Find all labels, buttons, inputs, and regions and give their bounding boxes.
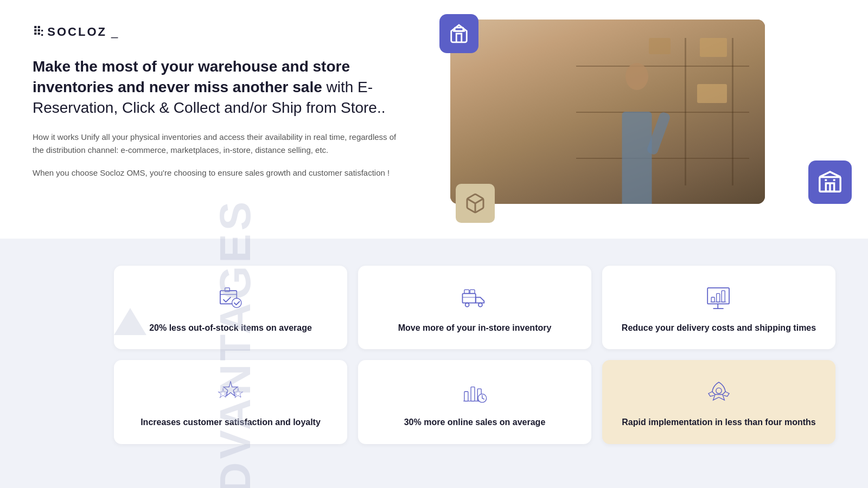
svg-rect-24: [722, 291, 725, 302]
card-icon-chart: [704, 283, 734, 313]
card-label-delivery-costs: Reduce your delivery costs and shipping …: [622, 322, 816, 334]
card-icon-bar-chart: [459, 377, 490, 408]
svg-rect-17: [470, 290, 475, 293]
card-label-less-stock: 20% less out-of-stock items on average: [149, 322, 312, 334]
warehouse-image: [450, 20, 765, 204]
warehouse-badge: [808, 160, 852, 204]
advantages-section: ADVANTAGES 20% less out-of-stock items o…: [0, 239, 868, 488]
logo-text: SOCLOZ: [47, 25, 107, 39]
card-delivery-costs: Reduce your delivery costs and shipping …: [602, 266, 835, 349]
description-1: How it works Unify all your physical inv…: [33, 131, 401, 157]
warehouse-icon: [818, 170, 843, 195]
svg-marker-26: [224, 382, 238, 396]
cards-grid: 20% less out-of-stock items on average M…: [114, 266, 835, 444]
warehouse-scene: [450, 20, 765, 204]
logo-icon: ⠿:: [33, 25, 43, 39]
logo-dash: _: [111, 25, 118, 39]
card-icon-rocket: [704, 377, 734, 408]
svg-point-14: [465, 303, 469, 307]
card-online-sales: 30% more online sales on average: [358, 360, 591, 444]
description-2: When you choose Socloz OMS, you're choos…: [33, 166, 401, 179]
svg-rect-29: [464, 392, 468, 401]
svg-point-15: [478, 303, 482, 307]
svg-rect-19: [707, 288, 729, 304]
card-icon-truck: [459, 283, 490, 313]
headline-bold: Make the most of your warehouse and stor…: [33, 58, 350, 95]
card-move-inventory: Move more of your in-store inventory: [358, 266, 591, 349]
svg-rect-23: [717, 293, 720, 302]
card-icon-inventory: [215, 283, 246, 313]
hero-image-area: [434, 20, 835, 215]
store-badge: [439, 14, 478, 53]
card-label-rapid-implementation: Rapid implementation in less than four m…: [622, 416, 815, 428]
svg-point-12: [232, 298, 241, 307]
logo: ⠿: SOCLOZ _: [33, 25, 401, 39]
box-badge: [456, 184, 495, 223]
svg-rect-30: [471, 387, 475, 401]
headline: Make the most of your warehouse and stor…: [33, 56, 401, 118]
svg-rect-22: [711, 297, 714, 302]
svg-rect-13: [462, 293, 475, 303]
card-customer-satisfaction: Increases customer satisfaction and loya…: [114, 360, 347, 444]
card-less-stock: 20% less out-of-stock items on average: [114, 266, 347, 349]
top-section: ⠿: SOCLOZ _ Make the most of your wareho…: [0, 0, 868, 239]
svg-point-36: [716, 388, 722, 394]
left-content: ⠿: SOCLOZ _ Make the most of your wareho…: [33, 20, 401, 189]
card-label-online-sales: 30% more online sales on average: [404, 416, 546, 428]
card-rapid-implementation: Rapid implementation in less than four m…: [602, 360, 835, 444]
box-icon: [464, 192, 486, 214]
card-label-customer-satisfaction: Increases customer satisfaction and loya…: [141, 416, 321, 428]
card-icon-stars: [215, 377, 246, 408]
store-icon: [449, 23, 469, 44]
svg-rect-16: [464, 290, 469, 293]
card-label-move-inventory: Move more of your in-store inventory: [398, 322, 552, 334]
